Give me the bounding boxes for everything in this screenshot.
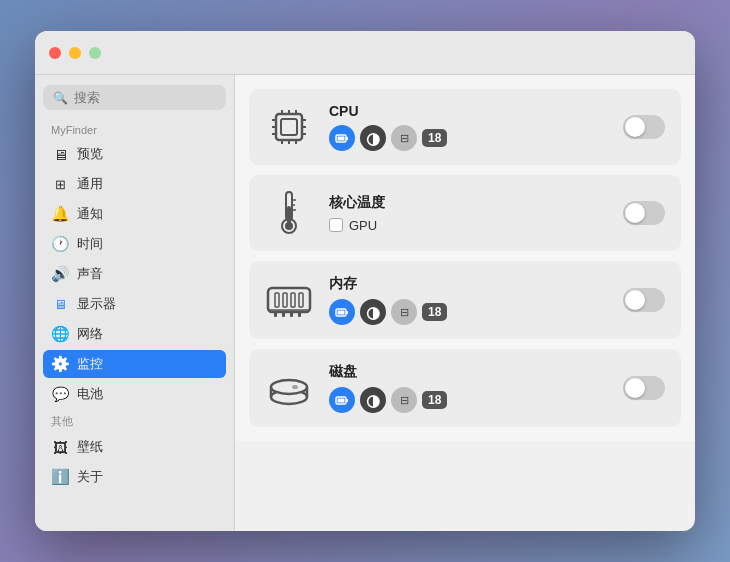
memory-num-badge: 18: [422, 303, 447, 321]
section-other-label: 其他: [43, 410, 226, 431]
time-icon: 🕐: [51, 235, 69, 253]
disk-toggle[interactable]: [623, 376, 665, 400]
cpu-toggle-knob: [625, 117, 645, 137]
sidebar-item-sound[interactable]: 🔊 声音: [43, 260, 226, 288]
svg-rect-0: [276, 114, 302, 140]
preview-icon: 🖥: [51, 145, 69, 163]
general-icon: ⊞: [51, 175, 69, 193]
sidebar-item-about-label: 关于: [77, 468, 103, 486]
disk-card: 磁盘 ◑ ⊟ 18: [249, 349, 681, 427]
svg-rect-44: [338, 399, 345, 403]
memory-toggle-knob: [625, 290, 645, 310]
memory-info: 内存 ◑ ⊟ 18: [329, 275, 599, 325]
sidebar-item-network[interactable]: 🌐 网络: [43, 320, 226, 348]
sidebar-item-battery-label: 电池: [77, 385, 103, 403]
gpu-label: GPU: [349, 218, 377, 233]
temp-icon: [265, 189, 313, 237]
svg-rect-1: [281, 119, 297, 135]
disk-btn-image[interactable]: ⊟: [391, 387, 417, 413]
gpu-checkbox[interactable]: [329, 218, 343, 232]
search-box[interactable]: 🔍: [43, 85, 226, 110]
cpu-btn-battery[interactable]: [329, 125, 355, 151]
content-area: 🔍 MyFinder 🖥 预览 ⊞ 通用 🔔 通知 🕐 时间: [35, 75, 695, 531]
temp-toggle-knob: [625, 203, 645, 223]
search-icon: 🔍: [53, 91, 68, 105]
memory-btn-contrast[interactable]: ◑: [360, 299, 386, 325]
memory-toggle[interactable]: [623, 288, 665, 312]
svg-rect-16: [338, 137, 345, 141]
sidebar-item-network-label: 网络: [77, 325, 103, 343]
temp-info: 核心温度 GPU: [329, 194, 599, 233]
cpu-toggle[interactable]: [623, 115, 665, 139]
disk-toggle-knob: [625, 378, 645, 398]
svg-rect-33: [299, 293, 303, 307]
battery-icon: 💬: [51, 385, 69, 403]
temp-toggle[interactable]: [623, 201, 665, 225]
sidebar-item-sound-label: 声音: [77, 265, 103, 283]
cpu-btn-contrast[interactable]: ◑: [360, 125, 386, 151]
disk-btn-battery[interactable]: [329, 387, 355, 413]
sidebar-item-notification[interactable]: 🔔 通知: [43, 200, 226, 228]
titlebar: [35, 31, 695, 75]
display-icon: 🖥: [51, 295, 69, 313]
sidebar-item-time-label: 时间: [77, 235, 103, 253]
memory-btn-battery[interactable]: [329, 299, 355, 325]
cpu-title: CPU: [329, 103, 599, 119]
sidebar-item-wallpaper-label: 壁纸: [77, 438, 103, 456]
monitor-icon: ⚙️: [51, 355, 69, 373]
memory-icon: [265, 276, 313, 324]
disk-icon: [265, 364, 313, 412]
sidebar-item-about[interactable]: ℹ️ 关于: [43, 463, 226, 491]
sidebar-item-display-label: 显示器: [77, 295, 116, 313]
sidebar-item-battery[interactable]: 💬 电池: [43, 380, 226, 408]
svg-point-20: [285, 222, 293, 230]
main-wrapper: CPU ◑ ⊟ 18: [235, 75, 695, 531]
main-content: CPU ◑ ⊟ 18: [235, 75, 695, 441]
close-button[interactable]: [49, 47, 61, 59]
svg-rect-15: [346, 137, 348, 140]
cpu-controls: ◑ ⊟ 18: [329, 125, 599, 151]
disk-controls: ◑ ⊟ 18: [329, 387, 599, 413]
about-icon: ℹ️: [51, 468, 69, 486]
memory-card: 内存 ◑ ⊟ 18: [249, 261, 681, 339]
sidebar-item-general[interactable]: ⊞ 通用: [43, 170, 226, 198]
section-myfinder-label: MyFinder: [43, 120, 226, 138]
memory-controls: ◑ ⊟ 18: [329, 299, 599, 325]
disk-btn-contrast[interactable]: ◑: [360, 387, 386, 413]
temp-card: 核心温度 GPU: [249, 175, 681, 251]
cpu-card: CPU ◑ ⊟ 18: [249, 89, 681, 165]
sidebar-item-monitor[interactable]: ⚙️ 监控: [43, 350, 226, 378]
sidebar-item-preview[interactable]: 🖥 预览: [43, 140, 226, 168]
disk-info: 磁盘 ◑ ⊟ 18: [329, 363, 599, 413]
svg-rect-30: [275, 293, 279, 307]
svg-rect-43: [346, 399, 348, 402]
sidebar-item-notification-label: 通知: [77, 205, 103, 223]
sidebar-item-time[interactable]: 🕐 时间: [43, 230, 226, 258]
wallpaper-icon: 🖼: [51, 438, 69, 456]
svg-rect-28: [290, 312, 293, 317]
cpu-btn-image[interactable]: ⊟: [391, 125, 417, 151]
svg-rect-31: [283, 293, 287, 307]
sidebar-item-general-label: 通用: [77, 175, 103, 193]
svg-rect-26: [274, 312, 277, 317]
svg-rect-32: [291, 293, 295, 307]
memory-title: 内存: [329, 275, 599, 293]
cpu-num-badge: 18: [422, 129, 447, 147]
maximize-button[interactable]: [89, 47, 101, 59]
main-window: 🔍 MyFinder 🖥 预览 ⊞ 通用 🔔 通知 🕐 时间: [35, 31, 695, 531]
svg-point-41: [292, 385, 298, 389]
sidebar: 🔍 MyFinder 🖥 预览 ⊞ 通用 🔔 通知 🕐 时间: [35, 75, 235, 531]
memory-btn-image[interactable]: ⊟: [391, 299, 417, 325]
cpu-info: CPU ◑ ⊟ 18: [329, 103, 599, 151]
svg-rect-35: [346, 311, 348, 314]
sidebar-item-display[interactable]: 🖥 显示器: [43, 290, 226, 318]
minimize-button[interactable]: [69, 47, 81, 59]
cpu-icon: [265, 103, 313, 151]
sound-icon: 🔊: [51, 265, 69, 283]
sidebar-item-wallpaper[interactable]: 🖼 壁纸: [43, 433, 226, 461]
sidebar-item-preview-label: 预览: [77, 145, 103, 163]
sidebar-item-monitor-label: 监控: [77, 355, 103, 373]
search-input[interactable]: [74, 90, 216, 105]
svg-rect-27: [282, 312, 285, 317]
disk-title: 磁盘: [329, 363, 599, 381]
